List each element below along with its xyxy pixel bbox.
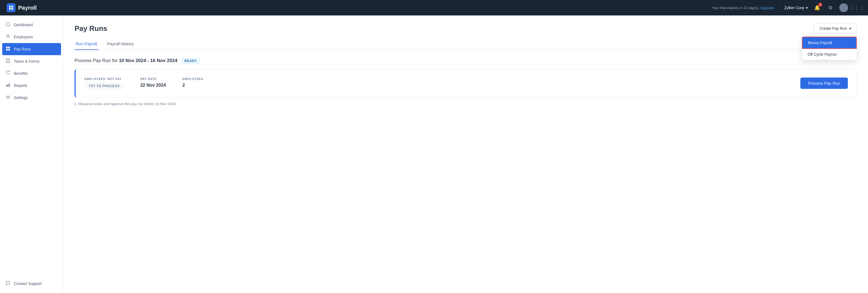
chevron-down-icon: ▾ xyxy=(806,5,808,10)
notifications-button[interactable]: 🔔 1 xyxy=(813,3,822,12)
employees-count-value: 2 xyxy=(183,83,204,88)
user-avatar[interactable] xyxy=(839,3,848,12)
info-message: Please process and approve this pay run … xyxy=(78,102,176,106)
sidebar-spacer xyxy=(0,104,63,278)
pay-date-field: PAY DATE 22 Nov 2024 xyxy=(140,77,166,89)
sidebar-label-benefits: Benefits xyxy=(14,71,28,75)
sidebar: Dashboard Employees Pay Runs Taxes & For… xyxy=(0,15,63,293)
company-selector[interactable]: Zylker Corp ▾ xyxy=(784,5,808,10)
process-pay-run-label: Process Pay Run xyxy=(808,81,840,86)
create-pay-run-button[interactable]: Create Pay Run ▾ xyxy=(814,23,857,34)
off-cycle-payrun-label: Off Cycle Payrun xyxy=(808,52,837,57)
content-area: Process Pay Run for 10 Nov 2024 - 16 Nov… xyxy=(63,50,868,114)
period-start: 10 Nov 2024 xyxy=(119,58,146,63)
svg-point-5 xyxy=(7,35,9,36)
dashboard-icon xyxy=(5,22,10,28)
taxes-forms-arrow-icon: › xyxy=(57,59,58,63)
svg-rect-9 xyxy=(8,49,10,51)
info-text-row: ℹ Please process and approve this pay ru… xyxy=(74,102,857,106)
svg-rect-8 xyxy=(6,49,8,51)
app-name: Payroll xyxy=(18,5,37,11)
taxes-forms-icon xyxy=(5,59,10,64)
contact-support-icon xyxy=(5,281,10,286)
sidebar-item-reports[interactable]: Reports xyxy=(0,79,63,92)
sidebar-label-taxes-forms: Taxes & Forms xyxy=(14,59,39,63)
sidebar-label-settings: Settings xyxy=(14,95,28,100)
app-header: Payroll Your trial expires in 12 day(s).… xyxy=(0,0,868,15)
upgrade-link[interactable]: Upgrade xyxy=(760,6,774,10)
sidebar-item-employees[interactable]: Employees xyxy=(0,31,63,43)
sidebar-label-dashboard: Dashboard xyxy=(14,23,33,27)
period-label: Process Pay Run for xyxy=(74,58,118,63)
benefits-icon xyxy=(5,71,10,76)
employees-icon xyxy=(5,34,10,40)
period-end: 16 Nov 2024 xyxy=(150,58,177,63)
svg-point-17 xyxy=(7,96,9,98)
pay-date-value: 22 Nov 2024 xyxy=(140,83,166,88)
sidebar-item-taxes-forms[interactable]: Taxes & Forms › xyxy=(0,55,63,67)
sidebar-item-pay-runs[interactable]: Pay Runs xyxy=(2,43,61,55)
page-header: Pay Runs Create Pay Run ▾ xyxy=(63,15,868,34)
notification-badge: 1 xyxy=(818,3,822,7)
svg-rect-14 xyxy=(6,85,7,87)
pay-runs-icon xyxy=(5,46,10,52)
header-divider xyxy=(779,4,779,11)
pay-date-label: PAY DATE xyxy=(140,77,166,80)
header-icons: 🔔 1 ⚙ ⋮⋮⋮ xyxy=(813,3,861,12)
employees-net-pay-field: EMPLOYEES' NET PAY YET TO PROCESS xyxy=(85,77,124,89)
svg-rect-7 xyxy=(8,46,10,48)
create-pay-run-dropdown: Bonus Payroll Off Cycle Payrun xyxy=(802,36,857,60)
svg-rect-15 xyxy=(7,84,8,87)
create-pay-run-label: Create Pay Run xyxy=(819,26,847,31)
tab-payroll-history-label: Payroll History xyxy=(107,41,134,46)
svg-rect-1 xyxy=(11,6,13,7)
app-logo[interactable]: Payroll xyxy=(7,3,37,12)
employees-count-field: EMPLOYEES 2 xyxy=(183,77,204,89)
tab-run-payroll-label: Run Payroll xyxy=(75,41,97,46)
settings-sidebar-icon xyxy=(5,95,10,100)
svg-rect-0 xyxy=(9,6,11,7)
sidebar-label-reports: Reports xyxy=(14,83,27,88)
svg-point-4 xyxy=(6,22,10,26)
process-pay-run-button[interactable]: Process Pay Run xyxy=(800,77,848,89)
app-logo-icon xyxy=(7,3,16,12)
pay-run-card: EMPLOYEES' NET PAY YET TO PROCESS PAY DA… xyxy=(74,69,857,97)
sidebar-label-employees: Employees xyxy=(14,35,33,39)
tabs-bar: Run Payroll Payroll History xyxy=(74,38,857,50)
employees-net-pay-label: EMPLOYEES' NET PAY xyxy=(85,77,124,80)
tab-run-payroll[interactable]: Run Payroll xyxy=(74,38,98,50)
sidebar-label-pay-runs: Pay Runs xyxy=(14,47,31,51)
pay-run-fields: EMPLOYEES' NET PAY YET TO PROCESS PAY DA… xyxy=(85,77,800,89)
sidebar-label-contact-support: Contact Support xyxy=(14,282,42,286)
main-content: Pay Runs Create Pay Run ▾ Run Payroll Pa… xyxy=(63,15,868,293)
company-name: Zylker Corp xyxy=(784,5,804,10)
tab-payroll-history[interactable]: Payroll History xyxy=(106,38,135,50)
employees-count-label: EMPLOYEES xyxy=(183,77,204,80)
page-title: Pay Runs xyxy=(74,24,107,33)
apps-grid-button[interactable]: ⋮⋮⋮ xyxy=(852,3,861,12)
bonus-payroll-label: Bonus Payroll xyxy=(808,40,832,45)
reports-icon xyxy=(5,83,10,88)
grid-icon: ⋮⋮⋮ xyxy=(849,5,864,11)
svg-rect-3 xyxy=(11,8,13,10)
settings-button[interactable]: ⚙ xyxy=(826,3,835,12)
sidebar-item-settings[interactable]: Settings xyxy=(0,92,63,104)
gear-icon: ⚙ xyxy=(828,5,833,11)
header-right: Your trial expires in 12 day(s). Upgrade… xyxy=(712,3,861,12)
dropdown-item-bonus-payroll[interactable]: Bonus Payroll xyxy=(802,37,857,49)
create-pay-run-chevron-icon: ▾ xyxy=(849,26,851,31)
sidebar-item-benefits[interactable]: Benefits xyxy=(0,67,63,79)
main-layout: Dashboard Employees Pay Runs Taxes & For… xyxy=(0,15,868,293)
dropdown-item-off-cycle-payrun[interactable]: Off Cycle Payrun xyxy=(802,49,857,60)
svg-rect-16 xyxy=(9,83,10,87)
info-icon: ℹ xyxy=(74,102,76,106)
svg-rect-2 xyxy=(9,8,11,10)
yet-to-process-badge: YET TO PROCESS xyxy=(85,83,124,89)
svg-rect-6 xyxy=(6,46,8,48)
ready-badge: READY xyxy=(181,58,200,64)
pay-run-period-header: Process Pay Run for 10 Nov 2024 - 16 Nov… xyxy=(74,58,857,64)
sidebar-item-contact-support[interactable]: Contact Support xyxy=(0,278,63,290)
trial-text: Your trial expires in 12 day(s). Upgrade xyxy=(712,6,774,10)
sidebar-item-dashboard[interactable]: Dashboard xyxy=(0,19,63,31)
